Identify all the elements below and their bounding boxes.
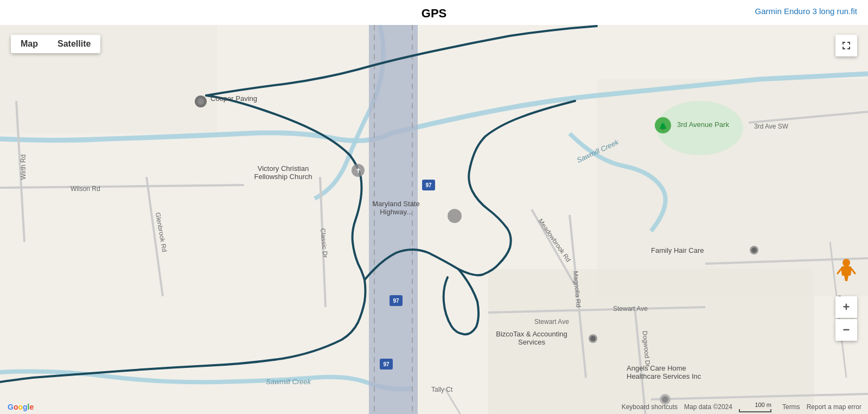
svg-rect-18 <box>369 25 418 414</box>
svg-point-31 <box>751 247 757 253</box>
zoom-out-button[interactable]: − <box>835 319 857 341</box>
map-btn[interactable]: Map <box>11 35 48 53</box>
zoom-in-button[interactable]: + <box>835 296 857 318</box>
svg-text:🌲: 🌲 <box>659 122 668 131</box>
map-footer: Keyboard shortcuts Map data ©2024 100 m … <box>0 399 868 414</box>
svg-text:97: 97 <box>383 361 390 367</box>
svg-point-39 <box>197 98 204 105</box>
svg-text:97: 97 <box>425 182 432 188</box>
svg-rect-3 <box>488 269 814 414</box>
svg-text:97: 97 <box>393 298 399 304</box>
page-title: GPS <box>0 0 868 25</box>
scale-line <box>739 409 771 412</box>
pegman-icon <box>837 258 856 285</box>
fullscreen-icon <box>841 40 852 51</box>
svg-point-40 <box>843 259 850 266</box>
keyboard-shortcuts-link[interactable]: Keyboard shortcuts <box>622 403 678 411</box>
svg-line-41 <box>838 269 841 273</box>
terms-link[interactable]: Terms <box>782 403 800 411</box>
scale-bar: 100 m <box>739 402 771 412</box>
map-type-control: Map Satellite <box>11 35 100 53</box>
report-link[interactable]: Report a map error <box>807 403 861 411</box>
svg-text:✝: ✝ <box>355 167 361 175</box>
map-file-link[interactable]: Garmin Enduro 3 long run.fit <box>755 7 857 16</box>
zoom-controls: + − <box>835 296 857 342</box>
svg-point-33 <box>590 336 596 341</box>
map-data-label: Map data ©2024 <box>684 403 732 411</box>
satellite-btn[interactable]: Satellite <box>48 35 100 53</box>
map-container: 97 97 97 ✝ 🌲 Map Satellite Cooper Pav <box>0 25 868 414</box>
svg-point-29 <box>448 209 462 223</box>
map-svg: 97 97 97 ✝ 🌲 <box>0 25 868 414</box>
svg-line-42 <box>852 269 855 273</box>
fullscreen-button[interactable] <box>835 35 857 56</box>
street-view-button[interactable] <box>835 258 857 285</box>
footer-links: Keyboard shortcuts Map data ©2024 100 m … <box>622 402 861 412</box>
